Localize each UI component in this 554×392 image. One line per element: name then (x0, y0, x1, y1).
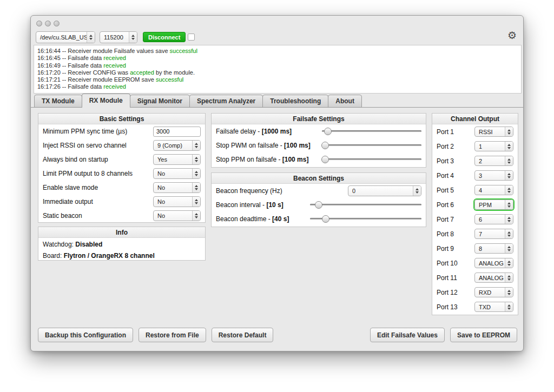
ppm-sync-time-input[interactable] (153, 127, 201, 137)
port-label: Port 4 (437, 172, 454, 180)
save-to-eeprom-button[interactable]: Save to EEPROM (450, 328, 517, 342)
stepper-icon (505, 127, 513, 136)
stepper-icon (505, 258, 513, 268)
slider-thumb[interactable] (324, 128, 332, 135)
port-9-select[interactable]: 8 (474, 243, 513, 254)
stepper-icon (87, 32, 95, 43)
port-4-select[interactable]: 3 (474, 170, 513, 181)
stepper-icon (505, 200, 513, 209)
port-label: Port 9 (437, 245, 454, 253)
baud-rate-select[interactable]: 115200 (100, 31, 137, 43)
watchdog-status: Watchdog: Disabled (38, 238, 205, 249)
serial-port-value: /dev/cu.SLAB_US (40, 34, 87, 41)
beacon-frequency-spinner[interactable]: 0 (348, 185, 421, 196)
slave-mode-select[interactable]: No (153, 182, 201, 193)
edit-failsafe-values-button[interactable]: Edit Failsafe Values (370, 328, 445, 342)
stepper-icon (413, 186, 421, 196)
port-label: Port 12 (437, 289, 458, 296)
beacon-interval-slider[interactable] (310, 201, 421, 209)
tab-signal-monitor[interactable]: Signal Monitor (130, 95, 190, 108)
setting-label: Static beacon (43, 212, 82, 220)
titlebar (36, 21, 60, 26)
tab-spectrum-analyzer[interactable]: Spectrum Analyzer (189, 95, 263, 108)
disconnect-button[interactable]: Disconnect (143, 32, 186, 42)
tab-tx-module[interactable]: TX Module (34, 95, 82, 108)
port-1-select[interactable]: RSSI (474, 127, 513, 137)
port-3-select[interactable]: 2 (474, 156, 513, 166)
stepper-icon (192, 197, 200, 207)
port-6-select[interactable]: PPM (474, 200, 513, 210)
stepper-icon (505, 229, 513, 238)
slider-thumb[interactable] (321, 142, 329, 149)
panel-title: Basic Settings (38, 114, 205, 124)
stop-ppm-slider[interactable] (322, 156, 421, 163)
stepper-icon (192, 211, 200, 221)
gear-icon[interactable]: ⚙ (507, 29, 517, 41)
port-label: Port 2 (437, 143, 454, 150)
slider-thumb[interactable] (322, 215, 329, 223)
app-window: /dev/cu.SLAB_US 115200 Disconnect ⚙ 16:1… (30, 15, 524, 351)
port-12-select[interactable]: RXD (474, 287, 513, 297)
port-8-select[interactable]: 7 (474, 229, 513, 239)
port-label: Port 3 (437, 157, 454, 165)
basic-settings-panel: Basic Settings Minimum PPM sync time (µs… (38, 113, 206, 223)
stepper-icon (505, 156, 513, 165)
port-label: Port 1 (437, 128, 454, 136)
static-beacon-select[interactable]: No (153, 210, 201, 221)
panel-title: Beacon Settings (212, 173, 426, 184)
port-10-select[interactable]: ANALOG (474, 258, 513, 268)
stop-pwm-slider[interactable] (322, 142, 421, 149)
failsafe-delay-slider[interactable] (322, 128, 421, 135)
backup-config-button[interactable]: Backup this Configuration (38, 328, 133, 342)
stepper-icon (192, 169, 200, 178)
toolbar-checkbox[interactable] (188, 34, 195, 41)
stepper-icon (192, 141, 200, 150)
stepper-icon (129, 32, 137, 43)
setting-label: Beacon interval - [10 s] (216, 201, 283, 209)
log-line: 16:17:26 -- Failsafe data received (37, 83, 518, 90)
board-info: Board: Flytron / OrangeRX 8 channel (38, 249, 205, 261)
setting-label: Inject RSSI on servo channel (43, 142, 127, 149)
close-button[interactable] (36, 21, 42, 26)
slider-thumb[interactable] (321, 156, 329, 163)
stepper-icon (505, 288, 513, 297)
footer-bar: Backup this Configuration Restore from F… (38, 328, 517, 342)
setting-label: Stop PPM on failsafe - [100 ms] (216, 156, 308, 163)
restore-default-button[interactable]: Restore Default (212, 328, 274, 342)
port-13-select[interactable]: TXD (474, 302, 513, 312)
stepper-icon (505, 171, 513, 180)
port-7-select[interactable]: 6 (474, 214, 513, 224)
setting-label: Stop PWM on failsafe - [100 ms] (216, 142, 311, 149)
bind-on-startup-select[interactable]: Yes (153, 154, 201, 165)
failsafe-settings-panel: Failsafe Settings Failsafe delay - [1000… (211, 113, 426, 168)
limit-ppm-select[interactable]: No (153, 168, 201, 179)
panel-title: Channel Output (432, 114, 518, 124)
beacon-deadtime-slider[interactable] (310, 215, 421, 223)
log-line: 16:17:20 -- Receiver CONFIG was accepted… (37, 69, 518, 76)
stepper-icon (505, 185, 513, 195)
port-label: Port 6 (437, 201, 454, 209)
stepper-icon (192, 183, 200, 192)
setting-label: Beacon deadtime - [40 s] (216, 215, 289, 223)
setting-label: Minimum PPM sync time (µs) (43, 128, 127, 135)
tab-about[interactable]: About (328, 95, 362, 108)
log-line: 16:16:49 -- Failsafe data received (37, 62, 518, 69)
slider-thumb[interactable] (315, 201, 322, 209)
zoom-button[interactable] (54, 21, 60, 26)
minimize-button[interactable] (45, 21, 51, 26)
port-label: Port 7 (437, 216, 454, 223)
port-11-select[interactable]: ANALOG (474, 273, 513, 283)
port-label: Port 5 (437, 187, 454, 194)
restore-from-file-button[interactable]: Restore from File (138, 328, 206, 342)
tab-rx-module[interactable]: RX Module (82, 94, 130, 108)
port-5-select[interactable]: 4 (474, 185, 513, 195)
tab-troubleshooting[interactable]: Troubleshooting (262, 95, 328, 108)
inject-rssi-select[interactable]: 9 (Comp) (153, 140, 201, 151)
port-label: Port 8 (437, 230, 454, 238)
port-2-select[interactable]: 1 (474, 141, 513, 151)
log-line: 16:16:45 -- Failsafe data received (37, 55, 518, 62)
setting-label: Always bind on startup (43, 156, 108, 163)
port-label: Port 13 (437, 303, 458, 311)
serial-port-select[interactable]: /dev/cu.SLAB_US (36, 31, 95, 43)
immediate-output-select[interactable]: No (153, 196, 201, 207)
